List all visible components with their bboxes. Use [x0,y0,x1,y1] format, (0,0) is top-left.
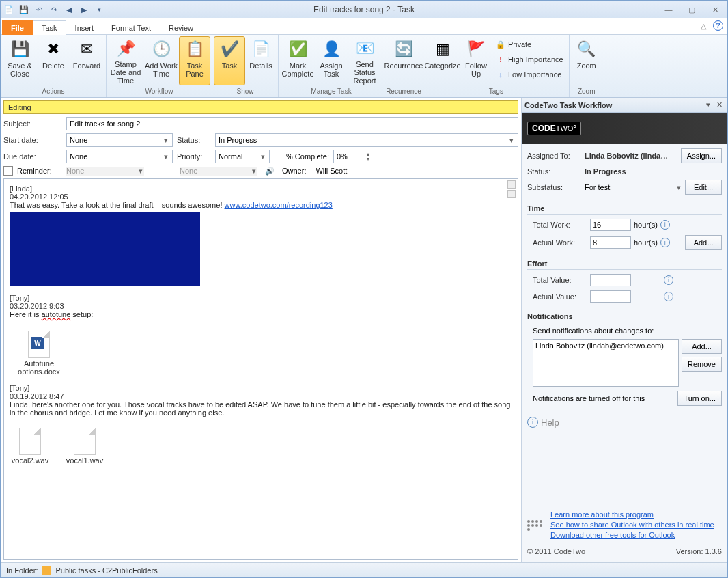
stamp-date-button[interactable]: 📌Stamp Date and Time [108,36,143,85]
copyright-link[interactable]: © 2011 CodeTwo [527,547,585,555]
entry-timestamp: 03.20.2012 9:03 [10,302,512,310]
scroll-up-icon[interactable] [507,180,516,189]
add-work-button[interactable]: Add... [685,235,722,250]
entry-author: [Linda] [10,184,512,193]
info-icon[interactable]: i [664,275,673,285]
entry-author: [Tony] [10,384,512,392]
free-tools-link[interactable]: Download other free tools for Outlook [550,530,714,540]
followup-button[interactable]: 🚩Follow Up [460,36,492,85]
pane-close-icon[interactable]: ✕ [714,100,725,109]
private-toggle[interactable]: 🔒Private [496,38,563,51]
notifications-section: Notifications [527,311,722,322]
delete-button[interactable]: ✖Delete [38,36,69,85]
chevron-down-icon: ▾ [260,152,266,161]
due-date-combo[interactable]: None▾ [66,150,173,163]
percent-complete-spinner[interactable]: 0%▴▾ [333,150,374,163]
save-icon[interactable]: 💾 [18,4,29,15]
substatus-combo[interactable]: For test▾ [585,180,682,194]
low-importance-button[interactable]: ↓Low Importance [496,68,563,81]
add-work-time-button[interactable]: 🕒Add Work Time [143,36,179,85]
sound-icon[interactable]: 🔊 [262,167,278,176]
info-icon[interactable]: i [660,220,670,230]
share-outlook-link[interactable]: See how to share Outlook with others in … [550,520,714,530]
tab-file[interactable]: File [2,20,33,35]
chevron-down-icon: ▾ [137,167,144,176]
show-task-button[interactable]: ✔️Task [214,36,245,85]
version-label: Version: 1.3.6 [676,547,722,555]
high-importance-button[interactable]: !High Importance [496,53,563,66]
tab-review[interactable]: Review [160,20,202,35]
tab-task[interactable]: Task [33,20,66,35]
redo-icon[interactable]: ↷ [48,4,59,15]
maximize-button[interactable]: ▢ [682,4,701,15]
entry-text: Linda, here's another one for you. Those… [10,400,512,417]
notification-entry[interactable]: Linda Bobovitz (lindab@codetwo.com) [535,342,676,350]
spinner-icon: ▴▾ [365,152,371,161]
actual-work-input[interactable] [590,236,631,249]
text-cursor [10,318,10,328]
priority-label: Priority: [177,152,211,161]
next-icon[interactable]: ▶ [79,4,89,15]
exclamation-icon: ! [496,55,505,64]
attachment-docx[interactable]: W Autotune options.docx [10,331,68,376]
total-work-input[interactable] [590,219,631,231]
actual-work-label: Actual Work: [533,238,587,247]
assign-task-button[interactable]: 👤Assign Task [316,36,347,85]
prev-icon[interactable]: ◀ [64,4,74,15]
reminder-time-combo[interactable]: None▾ [180,167,257,176]
status-combo[interactable]: In Progress▾ [215,133,518,147]
categorize-button[interactable]: ▦Categorize [425,36,460,85]
zoom-button[interactable]: 🔍Zoom [571,36,602,85]
reminder-checkbox[interactable] [3,166,13,176]
assigned-to-value: Linda Bobovitz (linda… [585,152,678,160]
group-show: Show [212,87,278,97]
editing-banner: Editing [3,100,518,114]
recording-link[interactable]: www.codetwo.com/recording123 [225,201,333,209]
close-button[interactable]: ✕ [705,4,725,15]
entry-text: That was easy. Take a look at the final … [10,201,225,209]
reminder-date-combo[interactable]: None▾ [66,167,144,176]
total-value-label: Total Value: [533,276,587,284]
actual-value-input[interactable] [590,290,631,303]
forward-button[interactable]: ✉Forward [69,36,104,85]
attachment-wav[interactable]: vocal2.wav [10,428,51,465]
qat-customize-icon[interactable]: ▾ [94,4,104,15]
scroll-marker-icon[interactable] [507,190,516,198]
entry-timestamp: 04.20.2012 12:05 [10,193,512,201]
task-body[interactable]: [Linda] 04.20.2012 12:05 That was easy. … [3,178,518,560]
turn-on-button[interactable]: Turn on... [677,391,722,406]
info-icon[interactable]: i [664,292,673,301]
codetwo-logo: CODETWO° [522,113,727,144]
task-pane-button[interactable]: 📋Task Pane [179,36,210,85]
subject-input[interactable] [66,117,518,130]
start-date-combo[interactable]: None▾ [66,133,173,147]
tab-format-text[interactable]: Format Text [102,20,160,35]
save-close-button[interactable]: 💾Save & Close [2,36,38,85]
substatus-label: Substatus: [527,183,582,191]
undo-icon[interactable]: ↶ [33,4,44,15]
file-icon [74,428,96,455]
total-value-input[interactable] [590,274,631,286]
notif-add-button[interactable]: Add... [682,339,722,354]
pane-dropdown-icon[interactable]: ▾ [703,100,714,109]
group-workflow: Workflow [107,87,212,97]
minimize-button[interactable]: ― [659,4,678,15]
info-icon[interactable]: i [660,238,670,247]
assign-button[interactable]: Assign... [681,148,722,163]
minimize-ribbon-icon[interactable]: △ [698,20,709,31]
notifications-list[interactable]: Linda Bobovitz (lindab@codetwo.com) [533,339,679,387]
learn-more-link[interactable]: Learn more about this program [550,510,714,520]
recurrence-button[interactable]: 🔄Recurrence [386,36,421,85]
attachment-wav[interactable]: vocal1.wav [64,428,105,465]
priority-combo[interactable]: Normal▾ [215,150,270,163]
mark-complete-button[interactable]: ✅Mark Complete [280,36,316,85]
send-status-button[interactable]: 📧Send Status Report [347,36,382,85]
tab-insert[interactable]: Insert [66,20,103,35]
folder-path: Public tasks - C2PublicFolders [55,566,157,575]
notifications-text: Send notifications about changes to: [527,327,722,335]
notif-remove-button[interactable]: Remove [682,357,722,372]
entry-timestamp: 03.19.2012 8:47 [10,392,512,400]
edit-button[interactable]: Edit... [685,180,722,195]
details-button[interactable]: 📄Details [245,36,277,85]
help-icon[interactable]: ? [713,20,723,31]
